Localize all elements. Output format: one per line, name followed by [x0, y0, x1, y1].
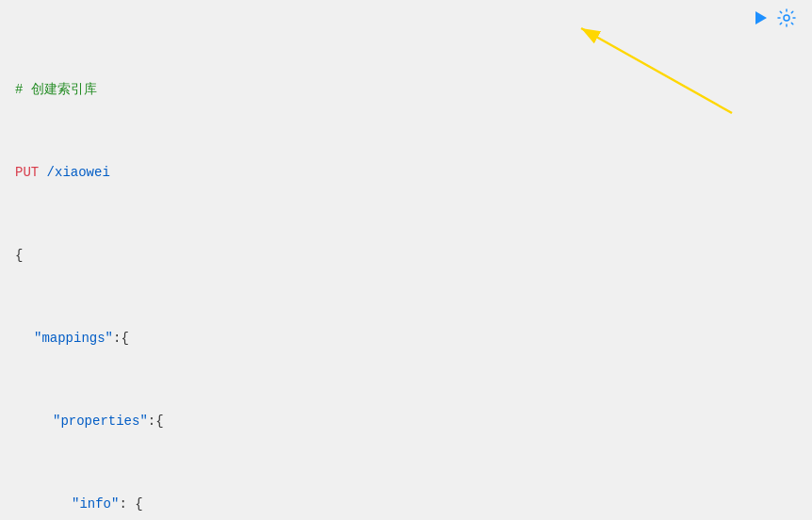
editor-area: # 创建索引库 PUT /xiaowei { "mappings":{ "pro… [0, 0, 812, 520]
line-put: PUT /xiaowei [15, 162, 797, 183]
properties1-key: "properties" [53, 411, 148, 431]
svg-point-1 [784, 15, 789, 21]
comment-text: # 创建索引库 [15, 79, 97, 100]
settings-button[interactable] [776, 8, 797, 28]
mappings-key: "mappings" [34, 328, 113, 349]
info-key: "info" [72, 494, 119, 514]
line-properties1: "properties":{ [15, 411, 797, 431]
put-keyword: PUT [15, 162, 47, 183]
code-container: # 创建索引库 PUT /xiaowei { "mappings":{ "pro… [0, 9, 812, 520]
run-button[interactable] [750, 8, 771, 28]
line-comment: # 创建索引库 [15, 79, 797, 100]
svg-marker-0 [755, 11, 767, 24]
line-mappings: "mappings":{ [15, 328, 797, 349]
line-root-open: { [15, 245, 797, 266]
put-route: /xiaowei [47, 162, 110, 183]
line-info-open: "info": { [15, 494, 797, 514]
root-open-brace: { [15, 245, 23, 266]
toolbar [750, 8, 797, 28]
